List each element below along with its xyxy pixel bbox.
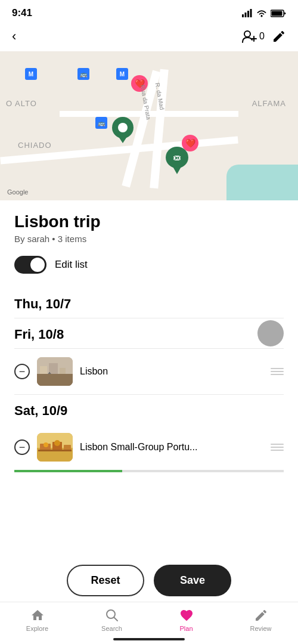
toggle-knob [30, 258, 45, 272]
remove-smallgroup-button[interactable]: − [14, 439, 30, 455]
svg-rect-3 [250, 9, 252, 17]
nav-label-explore: Explore [26, 625, 48, 632]
svg-rect-21 [37, 374, 73, 376]
svg-marker-12 [118, 136, 128, 143]
day-header-fri: Fri, 10/8 [14, 318, 64, 348]
list-item-lisbon: − Lisbon [14, 349, 284, 394]
edit-toggle[interactable] [14, 256, 46, 274]
svg-point-30 [44, 442, 48, 447]
edit-icon[interactable] [272, 29, 286, 44]
drag-line-3 [271, 374, 284, 375]
svg-rect-6 [272, 11, 283, 16]
reset-button[interactable]: Reset [67, 565, 144, 596]
signal-icon [242, 9, 253, 17]
nav-item-search[interactable]: Search [94, 608, 130, 632]
svg-point-7 [244, 31, 250, 37]
svg-text:🎟: 🎟 [173, 153, 181, 162]
nav-item-review[interactable]: Review [243, 608, 279, 632]
map-view[interactable]: O ALTO CHIADO ALFAMA M 🚌 M 🚌 ❤️ ❤️ [0, 51, 298, 200]
location-pin-green [112, 117, 134, 145]
svg-rect-20 [60, 368, 66, 378]
review-icon [253, 608, 269, 623]
lisbon-item-name: Lisbon [80, 366, 263, 377]
lisbon-thumbnail [37, 357, 73, 386]
drag-line-4 [271, 444, 284, 445]
nav-item-explore[interactable]: Explore [20, 608, 55, 632]
water-area [226, 165, 298, 200]
lisbon-drag-handle[interactable] [271, 368, 284, 375]
day-row-fri: Fri, 10/8 [14, 318, 284, 348]
heart-icon [179, 608, 194, 623]
list-item-smallgroup: − Lisbon Small-Group Portu... [14, 425, 284, 470]
transit-icon-1: M [25, 68, 37, 80]
search-icon [104, 608, 120, 623]
drag-line-5 [271, 447, 284, 448]
nav-label-review: Review [250, 625, 271, 632]
save-button[interactable]: Save [154, 565, 231, 596]
nav-label-search: Search [101, 625, 122, 632]
add-person-group[interactable]: 0 [241, 29, 265, 44]
svg-line-33 [114, 618, 117, 621]
ticket-pin: 🎟 [166, 147, 188, 177]
trip-title: Lisbon trip [14, 212, 284, 231]
nav-item-plan[interactable]: Plan [169, 608, 204, 632]
map-label-oalto: O ALTO [6, 99, 37, 108]
svg-marker-15 [172, 166, 182, 174]
edit-row: Edit list [14, 256, 284, 274]
map-background: O ALTO CHIADO ALFAMA M 🚌 M 🚌 ❤️ ❤️ [0, 51, 298, 200]
svg-rect-2 [247, 11, 249, 17]
progress-fill [14, 470, 122, 472]
smallgroup-item-name: Lisbon Small-Group Portu... [80, 442, 263, 453]
svg-rect-0 [242, 14, 244, 17]
edit-label: Edit list [55, 259, 88, 271]
main-content: Lisbon trip By sarah • 3 items Edit list… [0, 200, 298, 568]
drag-line-1 [271, 368, 284, 369]
svg-rect-29 [38, 450, 72, 451]
transit-icon-2: 🚌 [77, 68, 89, 80]
smallgroup-drag-handle[interactable] [271, 444, 284, 451]
battery-icon [271, 10, 286, 17]
nav-right-actions: 0 [241, 29, 286, 44]
home-icon [30, 608, 45, 623]
person-count: 0 [259, 31, 265, 42]
back-button[interactable]: ‹ [12, 29, 16, 44]
smallgroup-thumbnail [37, 433, 73, 462]
svg-point-22 [43, 374, 49, 380]
drag-line-2 [271, 371, 284, 372]
nav-label-plan: Plan [179, 625, 193, 632]
map-label-chiado: CHIADO [18, 141, 52, 150]
svg-rect-19 [49, 363, 58, 378]
wifi-icon [256, 9, 267, 17]
svg-point-4 [261, 16, 263, 17]
svg-point-31 [54, 440, 60, 446]
svg-point-11 [118, 123, 128, 132]
map-label-alfama: ALFAMA [252, 99, 286, 108]
status-bar: 9:41 [0, 0, 298, 24]
bottom-spacer [14, 472, 284, 568]
google-logo: Google [7, 188, 28, 196]
transit-icon-3: 🚌 [95, 117, 107, 129]
transit-icon-metro: M [116, 68, 128, 80]
progress-bar [14, 470, 284, 472]
day-header-sat: Sat, 10/9 [14, 395, 284, 425]
add-person-icon [241, 29, 257, 44]
svg-point-23 [51, 374, 57, 380]
action-buttons: Reset Save [67, 565, 231, 596]
day-header-thu: Thu, 10/7 [14, 288, 284, 318]
svg-rect-18 [40, 366, 47, 378]
nav-bar: ‹ 0 [0, 24, 298, 51]
drag-line-6 [271, 450, 284, 451]
home-indicator [113, 638, 185, 640]
day-circle-fri [257, 320, 284, 346]
remove-lisbon-button[interactable]: − [14, 364, 30, 379]
svg-rect-17 [37, 375, 73, 386]
svg-rect-1 [245, 13, 247, 17]
status-icons [242, 9, 286, 17]
trip-subtitle: By sarah • 3 items [14, 234, 284, 244]
status-time: 9:41 [12, 7, 32, 19]
